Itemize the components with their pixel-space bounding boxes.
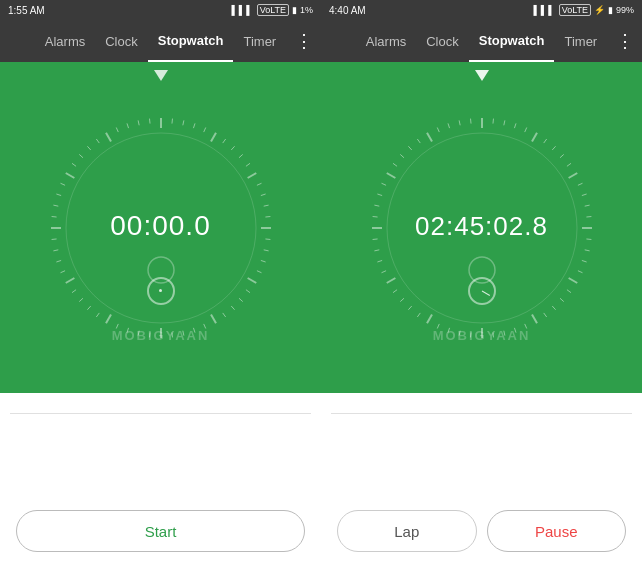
svg-line-50 xyxy=(65,173,74,178)
svg-line-109 xyxy=(374,205,379,206)
svg-line-103 xyxy=(381,270,386,272)
nav-alarms-2[interactable]: Alarms xyxy=(356,20,416,62)
svg-line-73 xyxy=(577,183,582,185)
nav-bar-1: Alarms Clock Stopwatch Timer ⋮ xyxy=(0,20,321,62)
svg-line-78 xyxy=(586,238,591,239)
stopwatch-area-2: 02:45:02.8 MOBIGYAAN xyxy=(321,62,642,393)
svg-line-86 xyxy=(543,312,546,316)
svg-line-9 xyxy=(245,163,249,166)
divider-1 xyxy=(10,413,311,414)
svg-line-4 xyxy=(203,127,205,132)
svg-line-71 xyxy=(566,163,570,166)
nav-clock-2[interactable]: Clock xyxy=(416,20,469,62)
svg-line-38 xyxy=(79,298,83,301)
svg-line-66 xyxy=(524,127,526,132)
svg-line-98 xyxy=(417,312,420,316)
status-bar-1: 1:55 AM ▌▌▌ VoLTE ▮ 1% xyxy=(0,0,321,20)
pause-button[interactable]: Pause xyxy=(487,510,626,552)
svg-line-102 xyxy=(386,278,395,283)
svg-line-81 xyxy=(577,270,582,272)
battery-percent-1: 1% xyxy=(300,5,313,15)
inner-clock-2 xyxy=(468,277,496,305)
svg-line-112 xyxy=(386,173,395,178)
svg-line-82 xyxy=(568,278,577,283)
nav-alarms-1[interactable]: Alarms xyxy=(35,20,95,62)
svg-line-104 xyxy=(377,260,382,262)
more-icon-1[interactable]: ⋮ xyxy=(295,30,313,52)
bottom-section-2: Lap Pause xyxy=(321,393,642,568)
nav-stopwatch-2[interactable]: Stopwatch xyxy=(469,20,555,62)
svg-line-80 xyxy=(581,260,586,262)
time-display-1: 00:00.0 xyxy=(110,210,210,242)
inner-dot-1 xyxy=(159,289,162,292)
svg-line-67 xyxy=(532,132,537,141)
volte-label-1: VoLTE xyxy=(257,4,289,16)
svg-line-59 xyxy=(149,118,150,123)
lap-button[interactable]: Lap xyxy=(337,510,476,552)
time-2: 4:40 AM xyxy=(329,5,366,16)
lightning-icon-2: ⚡ xyxy=(594,5,605,15)
svg-line-97 xyxy=(427,314,432,323)
svg-line-117 xyxy=(427,132,432,141)
status-bar-2: 4:40 AM ▌▌▌ VoLTE ⚡ ▮ 99% xyxy=(321,0,642,20)
svg-line-8 xyxy=(239,154,243,157)
stopwatch-area-1: 00:00.0 MOBIGYAAN xyxy=(0,62,321,393)
panel-2: 4:40 AM ▌▌▌ VoLTE ⚡ ▮ 99% Alarms Clock S… xyxy=(321,0,642,568)
dial-container-2: 02:45:02.8 xyxy=(367,113,597,343)
pointer-1 xyxy=(154,70,168,81)
svg-line-10 xyxy=(247,173,256,178)
panel-1: 1:55 AM ▌▌▌ VoLTE ▮ 1% Alarms Clock Stop… xyxy=(0,0,321,568)
svg-line-118 xyxy=(437,127,439,132)
nav-stopwatch-1[interactable]: Stopwatch xyxy=(148,20,234,62)
svg-line-79 xyxy=(584,249,589,250)
svg-line-25 xyxy=(211,314,216,323)
pointer-2 xyxy=(475,70,489,81)
svg-line-105 xyxy=(374,249,379,250)
svg-line-20 xyxy=(247,278,256,283)
svg-line-18 xyxy=(260,260,265,262)
svg-line-85 xyxy=(552,306,555,310)
bottom-section-1: Start xyxy=(0,393,321,568)
battery-icon-1: ▮ xyxy=(292,5,297,15)
svg-line-121 xyxy=(470,118,471,123)
signal-icon-1: ▌▌▌ xyxy=(231,5,253,15)
status-right-1: ▌▌▌ VoLTE ▮ 1% xyxy=(231,4,313,16)
svg-line-49 xyxy=(60,183,65,185)
svg-line-84 xyxy=(560,298,564,301)
time-1: 1:55 AM xyxy=(8,5,45,16)
svg-line-22 xyxy=(239,298,243,301)
svg-line-6 xyxy=(222,139,225,143)
svg-line-17 xyxy=(263,249,268,250)
svg-line-12 xyxy=(260,194,265,196)
watermark-1: MOBIGYAAN xyxy=(112,328,210,343)
svg-line-36 xyxy=(96,312,99,316)
svg-line-3 xyxy=(193,123,195,128)
svg-line-100 xyxy=(400,298,404,301)
svg-line-114 xyxy=(400,154,404,157)
more-icon-2[interactable]: ⋮ xyxy=(616,30,634,52)
nav-clock-1[interactable]: Clock xyxy=(95,20,148,62)
svg-line-76 xyxy=(586,216,591,217)
svg-line-108 xyxy=(372,216,377,217)
svg-line-53 xyxy=(87,146,90,150)
svg-line-55 xyxy=(106,132,111,141)
svg-line-11 xyxy=(256,183,261,185)
nav-timer-1[interactable]: Timer xyxy=(233,20,286,62)
nav-timer-2[interactable]: Timer xyxy=(554,20,607,62)
inner-clock-1 xyxy=(147,277,175,305)
svg-line-120 xyxy=(459,120,460,125)
svg-line-116 xyxy=(417,139,420,143)
svg-line-7 xyxy=(231,146,234,150)
svg-line-52 xyxy=(79,154,83,157)
battery-percent-2: 99% xyxy=(616,5,634,15)
svg-line-115 xyxy=(408,146,411,150)
svg-line-23 xyxy=(231,306,234,310)
svg-line-13 xyxy=(263,205,268,206)
svg-line-111 xyxy=(381,183,386,185)
svg-line-1 xyxy=(171,118,172,123)
svg-line-24 xyxy=(222,312,225,316)
nav-bar-2: Alarms Clock Stopwatch Timer ⋮ xyxy=(321,20,642,62)
svg-line-42 xyxy=(56,260,61,262)
start-button[interactable]: Start xyxy=(16,510,305,552)
svg-line-46 xyxy=(51,216,56,217)
